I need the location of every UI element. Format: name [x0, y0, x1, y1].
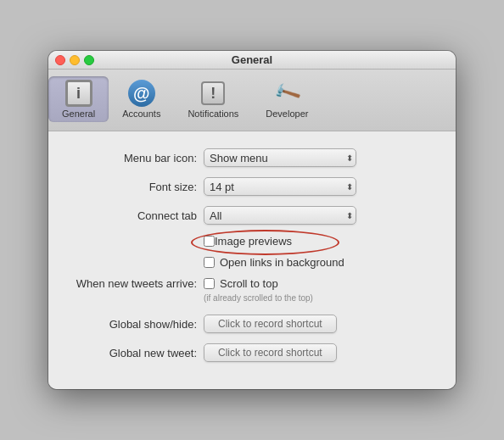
traffic-lights	[55, 55, 94, 65]
new-tweets-check-wrap: Scroll to top	[204, 277, 278, 290]
global-show-hide-row: Global show/hide: Click to record shortc…	[65, 315, 439, 333]
toolbar-item-developer[interactable]: 🔨 Developer	[252, 76, 322, 122]
toolbar: i General @ Accounts ! Notifications 🔨 D…	[48, 70, 456, 131]
font-size-control: 10 pt 12 pt 14 pt 16 pt 18 pt	[204, 177, 439, 196]
title-bar: General	[48, 51, 456, 70]
menu-bar-icon-label: Menu bar icon:	[65, 152, 197, 164]
toolbar-item-accounts[interactable]: @ Accounts	[109, 76, 174, 122]
open-links-label: Open links in background	[220, 256, 344, 269]
new-tweets-label: When new tweets arrive:	[65, 277, 197, 290]
global-new-tweet-button[interactable]: Click to record shortcut	[204, 343, 337, 362]
toolbar-label-developer: Developer	[266, 109, 308, 119]
connect-tab-control: All Mentions None	[204, 206, 439, 225]
global-show-hide-button[interactable]: Click to record shortcut	[204, 315, 337, 333]
close-button[interactable]	[55, 55, 65, 65]
scroll-hint-text: (if already scrolled to the top)	[65, 293, 439, 303]
open-links-checkbox[interactable]	[204, 257, 215, 268]
menu-bar-icon-row: Menu bar icon: Show menu Hide menu	[65, 148, 439, 167]
new-tweets-row: When new tweets arrive: Scroll to top	[65, 277, 439, 290]
accounts-icon: @	[128, 80, 155, 107]
open-links-row: Open links in background	[65, 256, 439, 269]
menu-bar-icon-select[interactable]: Show menu Hide menu	[204, 148, 356, 167]
menu-bar-icon-select-wrapper: Show menu Hide menu	[204, 148, 356, 167]
image-previews-row: Image previews	[65, 235, 439, 248]
font-size-select-wrapper: 10 pt 12 pt 14 pt 16 pt 18 pt	[204, 177, 356, 196]
global-new-tweet-row: Global new tweet: Click to record shortc…	[65, 343, 439, 362]
image-previews-label: Image previews	[215, 235, 292, 248]
toolbar-item-general[interactable]: i General	[48, 76, 109, 122]
global-show-hide-label: Global show/hide:	[65, 318, 197, 331]
connect-tab-select-wrapper: All Mentions None	[204, 206, 356, 225]
maximize-button[interactable]	[84, 55, 94, 65]
image-previews-checkbox[interactable]	[204, 236, 215, 247]
scroll-to-top-label: Scroll to top	[220, 277, 278, 290]
minimize-button[interactable]	[70, 55, 80, 65]
connect-tab-select[interactable]: All Mentions None	[204, 206, 356, 225]
font-size-row: Font size: 10 pt 12 pt 14 pt 16 pt 18 pt	[65, 177, 439, 196]
toolbar-item-notifications[interactable]: ! Notifications	[174, 76, 252, 122]
scroll-to-top-checkbox[interactable]	[204, 278, 215, 289]
general-icon: i	[65, 80, 92, 107]
settings-content: Menu bar icon: Show menu Hide menu Font …	[48, 131, 456, 389]
font-size-label: Font size:	[65, 181, 197, 193]
connect-tab-row: Connect tab All Mentions None	[65, 206, 439, 225]
global-new-tweet-label: Global new tweet:	[65, 347, 197, 359]
toolbar-label-accounts: Accounts	[122, 109, 160, 119]
font-size-select[interactable]: 10 pt 12 pt 14 pt 16 pt 18 pt	[204, 177, 356, 196]
connect-tab-label: Connect tab	[65, 209, 197, 222]
main-window: General i General @ Accounts ! Notificat…	[48, 51, 456, 389]
toolbar-label-general: General	[62, 109, 95, 119]
window-title: General	[232, 53, 272, 66]
menu-bar-icon-control: Show menu Hide menu	[204, 148, 439, 167]
notifications-icon: !	[199, 80, 227, 107]
toolbar-label-notifications: Notifications	[188, 109, 238, 119]
developer-icon: 🔨	[273, 80, 300, 107]
